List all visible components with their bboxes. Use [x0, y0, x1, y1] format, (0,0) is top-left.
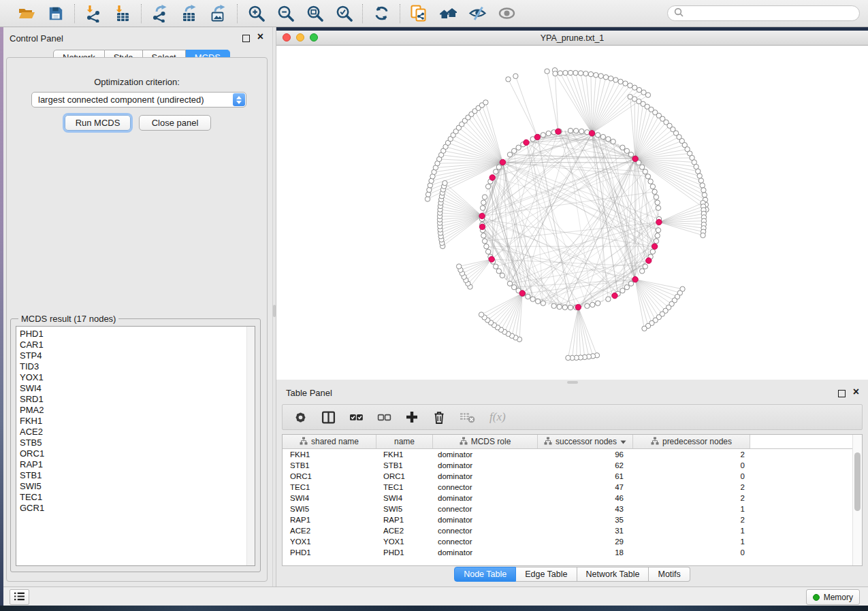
table-cell[interactable]: 1 — [633, 538, 750, 546]
show-columns-icon[interactable] — [321, 410, 336, 425]
zoom-selected-icon[interactable] — [334, 4, 353, 23]
table-row[interactable]: ACE2ACE2connector311 — [283, 525, 853, 536]
table-cell[interactable]: TEC1 — [376, 483, 433, 491]
mcds-result-list[interactable]: PHD1CAR1STP4TID3YOX1SWI4SRD1PMA2FKH1ACE2… — [16, 326, 255, 566]
list-item[interactable]: CAR1 — [20, 340, 255, 350]
table-cell[interactable]: 43 — [538, 505, 633, 513]
table-cell[interactable]: connector — [433, 483, 538, 491]
table-cell[interactable]: YOX1 — [376, 538, 433, 546]
list-item[interactable]: GCR1 — [20, 503, 255, 514]
table-cell[interactable]: 47 — [538, 483, 633, 491]
table-cell[interactable]: 2 — [633, 494, 750, 502]
table-cell[interactable]: PHD1 — [283, 548, 376, 557]
table-cell[interactable]: 35 — [538, 516, 633, 524]
table-cell[interactable]: ACE2 — [283, 527, 376, 535]
close-window-icon[interactable] — [283, 33, 291, 42]
table-cell[interactable]: STB1 — [283, 461, 376, 469]
table-cell[interactable]: 31 — [538, 527, 633, 535]
table-cell[interactable]: connector — [433, 505, 538, 513]
list-item[interactable]: STP4 — [20, 350, 255, 361]
table-cell[interactable]: 62 — [538, 461, 633, 469]
table-cell[interactable]: 2 — [633, 450, 750, 459]
table-cell[interactable]: 61 — [538, 472, 633, 480]
table-cell[interactable]: 18 — [538, 548, 633, 557]
import-network-icon[interactable] — [84, 4, 103, 23]
table-cell[interactable]: 0 — [633, 461, 750, 469]
table-cell[interactable]: dominator — [433, 516, 538, 524]
table-cell[interactable]: dominator — [433, 461, 538, 469]
list-item[interactable]: ORC1 — [20, 448, 255, 459]
delete-table-icon[interactable] — [460, 411, 476, 423]
scrollbar-thumb[interactable] — [854, 452, 861, 511]
splitter-handle[interactable] — [567, 381, 578, 384]
close-panel-icon[interactable]: × — [853, 386, 859, 398]
maximize-window-icon[interactable] — [310, 33, 318, 42]
table-cell[interactable]: FKH1 — [283, 450, 376, 459]
share-documents-icon[interactable] — [409, 4, 428, 23]
optimization-criterion-select[interactable]: largest connected component (undirected) — [31, 92, 246, 108]
minimize-window-icon[interactable] — [296, 33, 304, 42]
deselect-all-rows-icon[interactable] — [377, 410, 391, 425]
table-cell[interactable]: RAP1 — [376, 516, 433, 524]
open-session-icon[interactable] — [17, 4, 36, 23]
function-builder-icon[interactable]: f(x) — [489, 410, 506, 424]
column-header-shared-name[interactable]: shared name — [283, 435, 376, 448]
list-item[interactable]: TID3 — [20, 361, 255, 372]
table-row[interactable]: YOX1YOX1connector291 — [283, 536, 853, 547]
splitter-handle[interactable] — [273, 305, 276, 317]
list-item[interactable]: PMA2 — [20, 405, 255, 416]
list-item[interactable]: PHD1 — [20, 329, 255, 340]
table-row[interactable]: STB1STB1dominator620 — [283, 460, 853, 471]
list-item[interactable]: YOX1 — [20, 372, 255, 383]
table-cell[interactable]: RAP1 — [283, 516, 376, 524]
table-scrollbar[interactable] — [852, 435, 862, 565]
table-cell[interactable]: FKH1 — [376, 450, 433, 459]
show-graphics-details-icon[interactable] — [497, 4, 516, 23]
table-cell[interactable]: PHD1 — [376, 548, 433, 557]
float-panel-icon[interactable] — [838, 390, 846, 397]
table-cell[interactable]: dominator — [433, 548, 538, 557]
table-row[interactable]: PHD1PHD1dominator180 — [283, 547, 853, 558]
table-cell[interactable]: connector — [433, 538, 538, 546]
table-cell[interactable]: 2 — [633, 483, 750, 491]
import-table-icon[interactable] — [113, 4, 132, 23]
table-cell[interactable]: 0 — [633, 472, 750, 480]
table-cell[interactable]: ACE2 — [376, 527, 433, 535]
tab-node-table[interactable]: Node Table — [454, 567, 516, 582]
column-header-predecessor-nodes[interactable]: predecessor nodes — [633, 435, 750, 448]
table-cell[interactable]: 96 — [538, 450, 633, 459]
column-header-name[interactable]: name — [376, 435, 433, 448]
list-item[interactable]: SWI4 — [20, 383, 255, 394]
task-history-button[interactable] — [10, 589, 29, 605]
export-table-icon[interactable] — [180, 4, 199, 23]
list-item[interactable]: ACE2 — [20, 427, 255, 437]
table-cell[interactable]: TEC1 — [283, 483, 376, 491]
float-panel-icon[interactable] — [242, 35, 250, 42]
hide-graphics-details-icon[interactable] — [468, 4, 487, 23]
close-panel-button[interactable]: Close panel — [139, 115, 211, 131]
zoom-fit-icon[interactable] — [305, 4, 324, 23]
zoom-in-icon[interactable] — [246, 4, 266, 23]
table-cell[interactable]: dominator — [433, 494, 538, 502]
zoom-out-icon[interactable] — [276, 4, 295, 23]
table-cell[interactable]: 46 — [538, 494, 633, 502]
table-row[interactable]: FKH1FKH1dominator962 — [283, 449, 853, 460]
tab-edge-table[interactable]: Edge Table — [516, 567, 577, 582]
column-header-mcds-role[interactable]: MCDS role — [433, 435, 538, 448]
table-row[interactable]: SWI4SWI4dominator462 — [283, 493, 853, 503]
list-item[interactable]: STB1 — [20, 470, 255, 481]
table-cell[interactable]: YOX1 — [283, 538, 376, 546]
table-cell[interactable]: 29 — [538, 538, 633, 546]
close-panel-icon[interactable]: × — [257, 31, 263, 43]
table-cell[interactable]: STB1 — [376, 461, 433, 469]
save-session-icon[interactable] — [46, 4, 65, 23]
table-cell[interactable]: dominator — [433, 472, 538, 480]
add-column-icon[interactable] — [405, 410, 419, 424]
table-row[interactable]: TEC1TEC1connector472 — [283, 482, 853, 493]
table-cell[interactable]: ORC1 — [376, 472, 433, 480]
search-box[interactable] — [667, 5, 860, 21]
list-item[interactable]: FKH1 — [20, 416, 255, 427]
table-cell[interactable]: 0 — [633, 548, 750, 557]
table-cell[interactable]: ORC1 — [283, 472, 376, 480]
table-row[interactable]: RAP1RAP1dominator352 — [283, 514, 853, 525]
